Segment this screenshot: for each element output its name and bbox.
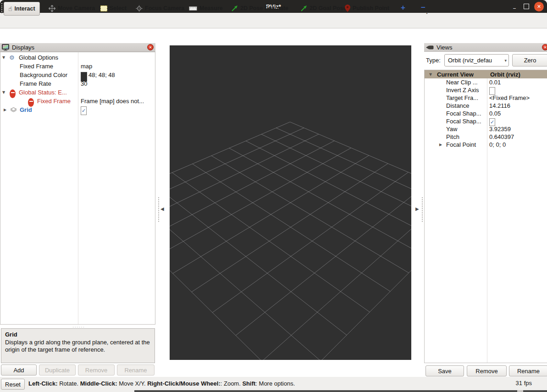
description-body: Displays a grid along the ground plane, … [5, 339, 151, 354]
view-type-label: Type: [426, 54, 441, 66]
grid-enabled-checkbox[interactable]: ✓ [81, 106, 87, 115]
tool-move-camera[interactable]: Move Camera [49, 2, 95, 15]
tool-select[interactable]: Select [100, 2, 127, 15]
display-description-box: Grid Displays a grid along the ground pl… [1, 328, 155, 363]
tree-row-focal-shape-size[interactable]: Focal Shap... 0.05 [425, 110, 547, 117]
description-title: Grid [5, 331, 151, 339]
rename-view-button[interactable]: Rename [509, 365, 547, 376]
view-type-dropdown[interactable]: Orbit (rviz_defau ▾ [444, 54, 509, 66]
tree-row-fixed-frame-error[interactable]: Fixed Frame Frame [map] does not... [0, 97, 155, 105]
check-icon: ✓ [490, 119, 494, 126]
tree-row-pitch[interactable]: Pitch 0.640397 [425, 133, 547, 141]
tree-row-near-clip[interactable]: Near Clip ... 0.01 [425, 78, 547, 86]
check-icon: ✓ [82, 107, 86, 115]
grid-icon [10, 105, 17, 114]
rename-display-button[interactable]: Rename [117, 364, 155, 375]
tree-row-fixed-frame[interactable]: Fixed Frame map [0, 62, 155, 71]
distance-value[interactable]: 14.2116 [489, 102, 510, 110]
toolbar-drag-handle[interactable] [1, 3, 3, 14]
remove-view-button[interactable]: Remove [467, 365, 507, 376]
remove-display-button[interactable]: Remove [78, 364, 115, 375]
tree-row-distance[interactable]: Distance 14.2116 [425, 102, 547, 110]
displays-close-button[interactable]: ✕ [147, 44, 154, 50]
target-frame-value[interactable]: <Fixed Frame> [489, 94, 530, 102]
panel-splitter-handle[interactable]: ...... [69, 325, 89, 327]
focal-shape-size-value[interactable]: 0.05 [489, 110, 501, 117]
tree-row-yaw[interactable]: Yaw 3.92359 [425, 125, 547, 133]
view-type-value: Orbit (rviz_defau [448, 57, 492, 64]
displays-panel-header[interactable]: Displays ✕ [0, 43, 155, 52]
crosshair-icon [136, 5, 143, 12]
views-tree[interactable]: ▼ Current View Orbit (rviz) Near Clip ..… [424, 70, 547, 363]
tree-row-background-color[interactable]: Background Color 48; 48; 48 [0, 71, 155, 79]
displays-panel-title: Displays [12, 44, 34, 51]
maximize-button[interactable] [524, 4, 529, 9]
tree-row-current-view[interactable]: ▼ Current View Orbit (rviz) [425, 70, 547, 78]
ruler-icon [189, 6, 197, 11]
background-color-value[interactable]: 48; 48; 48 [88, 71, 115, 79]
tree-row-focal-point[interactable]: ▶ Focal Point 0; 0; 0 [425, 141, 547, 149]
focal-point-value[interactable]: 0; 0; 0 [489, 141, 506, 149]
expander-open-icon[interactable]: ▼ [2, 53, 5, 62]
chevron-down-icon: ▾ [504, 58, 507, 63]
gear-icon: ⚙ [9, 53, 15, 62]
close-button[interactable]: ✕ [534, 2, 544, 11]
tool-interact[interactable]: ☝ Interact [4, 2, 40, 16]
tree-row-focal-shape-fixed[interactable]: Focal Shap... ✓ [425, 117, 547, 125]
tool-2d-pose-estimate[interactable]: 2D Pose Estimate [231, 2, 288, 15]
left-gutter-dots [158, 197, 160, 222]
close-icon: ✕ [149, 45, 152, 50]
toolbar: ☝ Interact Move Camera Select Focus Came… [0, 11, 547, 28]
viewport-grid-svg[interactable] [170, 45, 411, 360]
tree-row-grid[interactable]: ▶ Grid ✓ [0, 105, 155, 114]
mouse-help-text: Left-Click: Rotate. Middle-Click: Move X… [28, 377, 295, 390]
bottom-edge-strip [134, 390, 547, 392]
views-panel-header[interactable]: Views ✕ [424, 43, 547, 52]
tree-row-frame-rate[interactable]: Frame Rate 30 [0, 79, 155, 88]
zero-view-button[interactable]: Zero [512, 54, 547, 66]
add-display-button[interactable]: Add [1, 364, 37, 375]
viewport[interactable] [170, 45, 411, 360]
tool-focus-camera[interactable]: Focus Camera [136, 2, 184, 15]
toolbar-overflow-arrow-icon[interactable]: ▾ [426, 11, 428, 15]
collapse-left-handle[interactable]: ◀ [160, 206, 164, 211]
move-arrows-icon [49, 5, 55, 12]
tree-row-target-frame[interactable]: Target Fra... <Fixed Frame> [425, 94, 547, 102]
green-arrow-icon [300, 5, 307, 12]
close-icon: ✕ [544, 45, 547, 50]
expander-open-icon[interactable]: ▼ [429, 70, 432, 78]
tool-2d-goal-pose[interactable]: 2D Goal Pose [300, 2, 347, 15]
pitch-value[interactable]: 0.640397 [489, 133, 514, 141]
frame-rate-value[interactable]: 30 [81, 79, 87, 88]
save-view-button[interactable]: Save [425, 365, 464, 376]
tree-row-global-options[interactable]: ▼ ⚙ Global Options [0, 53, 155, 62]
hand-pointer-icon: ☝ [8, 5, 12, 12]
minimize-button[interactable]: – [510, 3, 519, 10]
right-gutter-dots [422, 197, 424, 222]
yaw-value[interactable]: 3.92359 [489, 125, 511, 133]
reset-button[interactable]: Reset [1, 379, 25, 390]
near-clip-value[interactable]: 0.01 [489, 78, 501, 86]
expander-open-icon[interactable]: ▼ [2, 88, 5, 97]
camcorder-icon [426, 45, 434, 50]
displays-tree[interactable]: ▼ ⚙ Global Options Fixed Frame map Backg… [0, 52, 155, 325]
rviz-window: { "window": { "title": "RViz*" }, "menu_… [0, 0, 547, 392]
views-close-button[interactable]: ✕ [542, 44, 547, 50]
selection-box-icon [100, 6, 107, 11]
fixed-frame-error-value: Frame [map] does not... [81, 97, 144, 105]
views-panel-title: Views [436, 44, 452, 51]
expander-closed-icon[interactable]: ▶ [4, 105, 6, 114]
expander-closed-icon[interactable]: ▶ [439, 141, 442, 149]
add-tool-button[interactable]: + [398, 2, 408, 14]
tree-row-global-status[interactable]: ▼ Global Status: E... [0, 88, 155, 97]
close-icon: ✕ [537, 4, 541, 10]
fixed-frame-value[interactable]: map [81, 62, 92, 71]
green-arrow-icon [231, 5, 238, 12]
collapse-right-handle[interactable]: ▶ [415, 206, 419, 211]
tree-row-invert-z[interactable]: Invert Z Axis [425, 86, 547, 94]
fps-counter: 31 fps [516, 380, 532, 386]
tool-publish-point[interactable]: Publish Point [345, 2, 389, 15]
duplicate-display-button[interactable]: Duplicate [39, 364, 76, 375]
tool-measure[interactable]: Measure [189, 2, 223, 15]
rviz-monitor-icon [2, 44, 9, 51]
